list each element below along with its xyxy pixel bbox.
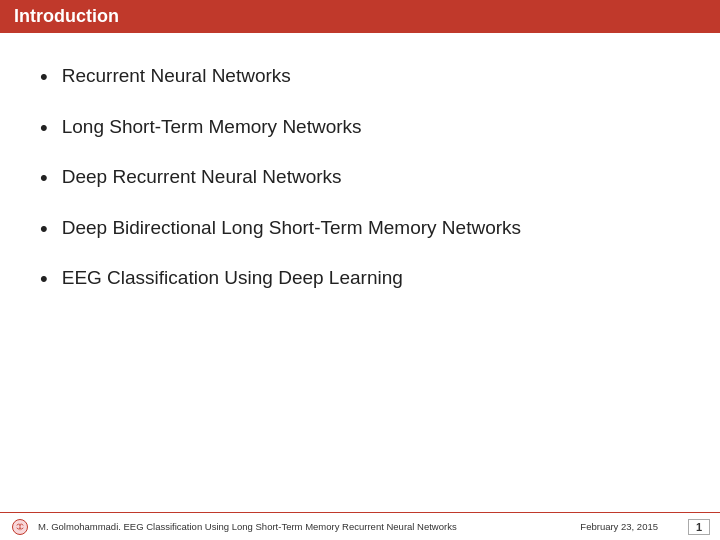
- footer-left: M. Golmohammadi. EEG Classification Usin…: [10, 517, 457, 537]
- bullet-text: Long Short-Term Memory Networks: [62, 114, 362, 140]
- content-area: •Recurrent Neural Networks•Long Short-Te…: [0, 33, 720, 512]
- bullet-dot-icon: •: [40, 63, 48, 92]
- footer-right: February 23, 2015 1: [580, 519, 710, 535]
- bullet-list: •Recurrent Neural Networks•Long Short-Te…: [40, 63, 680, 316]
- footer-page-number: 1: [688, 519, 710, 535]
- bullet-item: •Recurrent Neural Networks: [40, 63, 680, 92]
- bullet-text: EEG Classification Using Deep Learning: [62, 265, 403, 291]
- slide-footer: M. Golmohammadi. EEG Classification Usin…: [0, 512, 720, 540]
- bullet-item: •Deep Recurrent Neural Networks: [40, 164, 680, 193]
- bullet-dot-icon: •: [40, 215, 48, 244]
- bullet-text: Deep Recurrent Neural Networks: [62, 164, 342, 190]
- slide-container: Introduction •Recurrent Neural Networks•…: [0, 0, 720, 540]
- brain-logo-icon: [10, 517, 30, 537]
- title-bar: Introduction: [0, 0, 720, 33]
- bullet-item: •Long Short-Term Memory Networks: [40, 114, 680, 143]
- footer-author-text: M. Golmohammadi. EEG Classification Usin…: [38, 521, 457, 532]
- bullet-item: •Deep Bidirectional Long Short-Term Memo…: [40, 215, 680, 244]
- bullet-dot-icon: •: [40, 114, 48, 143]
- bullet-item: •EEG Classification Using Deep Learning: [40, 265, 680, 294]
- bullet-dot-icon: •: [40, 265, 48, 294]
- footer-date: February 23, 2015: [580, 521, 658, 532]
- bullet-dot-icon: •: [40, 164, 48, 193]
- bullet-text: Deep Bidirectional Long Short-Term Memor…: [62, 215, 521, 241]
- slide-title: Introduction: [14, 6, 119, 27]
- bullet-text: Recurrent Neural Networks: [62, 63, 291, 89]
